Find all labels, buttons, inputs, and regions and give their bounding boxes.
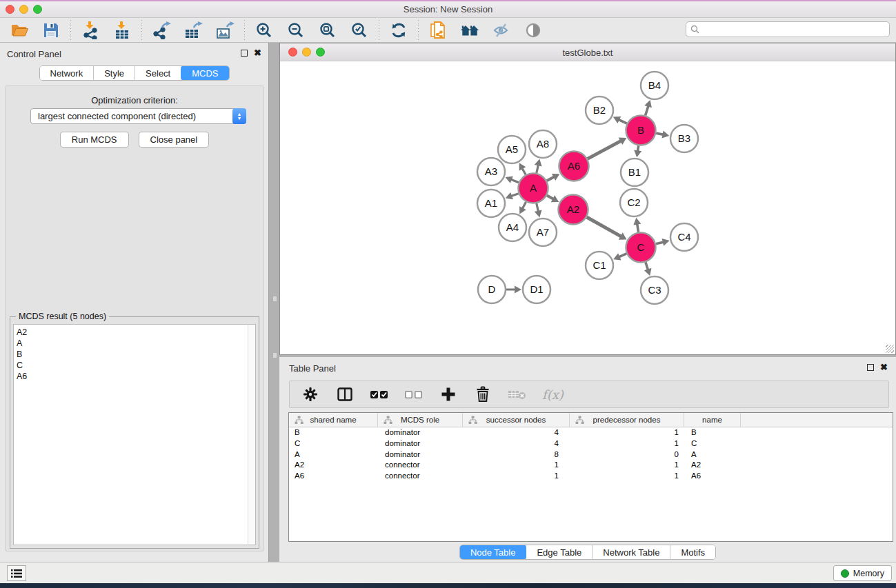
mcds-result-item[interactable]: A6 bbox=[17, 371, 248, 382]
graph-node-B2[interactable]: B2 bbox=[586, 97, 613, 124]
split-columns-icon[interactable] bbox=[335, 385, 355, 404]
save-session-icon[interactable] bbox=[41, 21, 61, 40]
table-cell[interactable]: C bbox=[289, 438, 378, 449]
float-panel-icon[interactable] bbox=[241, 50, 248, 57]
mcds-result-item[interactable]: A bbox=[17, 338, 248, 349]
graph-node-A7[interactable]: A7 bbox=[529, 219, 557, 246]
zoom-fit-icon[interactable] bbox=[318, 21, 337, 40]
table-cell[interactable]: A2 bbox=[289, 460, 378, 471]
graph-node-A[interactable]: A bbox=[519, 174, 548, 203]
mcds-result-item[interactable]: C bbox=[17, 360, 248, 371]
graph-edge-B-B1[interactable] bbox=[634, 145, 641, 157]
graph-edge-D-D1[interactable] bbox=[506, 286, 521, 294]
home-view-icon[interactable] bbox=[460, 21, 479, 40]
graph-node-B3[interactable]: B3 bbox=[670, 125, 698, 152]
table-cell[interactable]: 1 bbox=[570, 438, 684, 449]
graph-node-D[interactable]: D bbox=[478, 276, 506, 303]
mcds-result-scrollbar[interactable] bbox=[248, 324, 256, 545]
graph-edge-A-A3[interactable] bbox=[505, 176, 519, 183]
graph-edge-C-C1[interactable] bbox=[613, 253, 626, 260]
deselect-all-columns-icon[interactable] bbox=[404, 385, 424, 404]
memory-button[interactable]: Memory bbox=[833, 565, 892, 581]
graph-edge-A6-B[interactable] bbox=[588, 138, 626, 159]
float-panel-icon[interactable] bbox=[867, 364, 874, 371]
table-cell[interactable]: connector bbox=[378, 460, 463, 471]
table-cell[interactable]: dominator bbox=[378, 438, 463, 449]
graph-node-D1[interactable]: D1 bbox=[523, 276, 550, 303]
optimization-criterion-select[interactable]: largest connected component (directed) ▲… bbox=[30, 108, 246, 124]
close-panel-icon[interactable]: ✖ bbox=[254, 50, 261, 57]
tab-motifs[interactable]: Motifs bbox=[670, 545, 715, 559]
graph-node-A6[interactable]: A6 bbox=[559, 152, 589, 181]
table-cell[interactable]: A bbox=[684, 449, 741, 460]
graph-node-C2[interactable]: C2 bbox=[620, 189, 648, 216]
network-window-titlebar[interactable]: testGlobe.txt bbox=[280, 43, 895, 61]
mcds-result-list[interactable]: A2ABCA6 bbox=[13, 324, 248, 545]
table-cell[interactable]: 4 bbox=[463, 438, 570, 449]
graph-node-A1[interactable]: A1 bbox=[477, 190, 505, 217]
tab-mcds[interactable]: MCDS bbox=[181, 65, 229, 81]
column-header-MCDS-role[interactable]: MCDS role bbox=[378, 413, 463, 427]
window-resize-grip[interactable] bbox=[886, 345, 894, 353]
mcds-result-item[interactable]: B bbox=[17, 349, 248, 360]
zoom-out-icon[interactable] bbox=[286, 21, 306, 40]
tab-select[interactable]: Select bbox=[135, 66, 181, 80]
table-cell[interactable]: 1 bbox=[570, 427, 684, 438]
table-cell[interactable]: A6 bbox=[289, 471, 378, 482]
graph-node-C3[interactable]: C3 bbox=[641, 276, 668, 304]
table-cell[interactable]: B bbox=[289, 427, 378, 438]
task-history-button[interactable] bbox=[7, 565, 26, 581]
tab-network[interactable]: Network bbox=[39, 66, 94, 80]
graph-node-B1[interactable]: B1 bbox=[621, 159, 648, 186]
graph-node-A4[interactable]: A4 bbox=[499, 214, 526, 241]
graph-edge-B-B3[interactable] bbox=[656, 131, 669, 139]
table-row[interactable]: Cdominator41C bbox=[289, 438, 893, 449]
close-panel-button[interactable]: Close panel bbox=[139, 132, 210, 148]
graph-node-A3[interactable]: A3 bbox=[477, 158, 505, 185]
tab-node-table[interactable]: Node Table bbox=[459, 545, 528, 560]
run-mcds-button[interactable]: Run MCDS bbox=[60, 132, 129, 148]
graph-edge-A2-C[interactable] bbox=[587, 217, 627, 240]
table-cell[interactable]: A6 bbox=[684, 471, 741, 482]
zoom-selected-icon[interactable] bbox=[350, 21, 369, 40]
import-network-icon[interactable] bbox=[81, 21, 100, 40]
tab-style[interactable]: Style bbox=[94, 66, 135, 80]
table-cell[interactable]: dominator bbox=[378, 449, 463, 460]
graph-node-C1[interactable]: C1 bbox=[586, 252, 613, 279]
graph-edge-C-C4[interactable] bbox=[656, 239, 670, 246]
table-cell[interactable]: dominator bbox=[378, 427, 463, 438]
table-cell[interactable]: 1 bbox=[570, 460, 684, 471]
table-row[interactable]: A6connector11A6 bbox=[289, 471, 893, 482]
zoom-in-icon[interactable] bbox=[255, 21, 274, 40]
tab-network-table[interactable]: Network Table bbox=[593, 545, 670, 559]
network-snapshot-icon[interactable] bbox=[428, 21, 448, 40]
graph-node-C4[interactable]: C4 bbox=[670, 223, 698, 251]
splitter-handle[interactable] bbox=[272, 296, 277, 302]
open-session-icon[interactable] bbox=[10, 21, 29, 40]
table-cell[interactable]: C bbox=[684, 438, 741, 449]
table-row[interactable]: A2connector11A2 bbox=[289, 460, 893, 471]
graph-node-B4[interactable]: B4 bbox=[641, 72, 668, 99]
table-row[interactable]: Adominator80A bbox=[289, 449, 893, 460]
graph-node-C[interactable]: C bbox=[626, 233, 656, 263]
graph-node-A2[interactable]: A2 bbox=[559, 195, 588, 225]
close-panel-icon[interactable]: ✖ bbox=[880, 364, 888, 371]
graph-edge-B-B4[interactable] bbox=[644, 100, 652, 115]
add-column-icon[interactable] bbox=[439, 385, 458, 404]
graph-edge-C-C2[interactable] bbox=[633, 218, 641, 232]
graph-edge-A-A4[interactable] bbox=[519, 202, 526, 214]
column-header-shared-name[interactable]: shared name bbox=[289, 413, 378, 427]
table-cell[interactable]: connector bbox=[378, 471, 463, 482]
mcds-result-item[interactable]: A2 bbox=[17, 327, 248, 338]
table-cell[interactable]: 8 bbox=[463, 449, 570, 460]
refresh-icon[interactable] bbox=[389, 21, 408, 40]
column-header-successor-nodes[interactable]: successor nodes bbox=[463, 413, 570, 427]
table-cell[interactable]: A bbox=[289, 449, 378, 460]
splitter-handle[interactable] bbox=[272, 352, 277, 358]
graph-edge-A-A2[interactable] bbox=[547, 195, 559, 202]
select-all-columns-icon[interactable] bbox=[370, 385, 389, 404]
table-row[interactable]: Bdominator41B bbox=[289, 427, 893, 438]
graph-edge-A-A7[interactable] bbox=[535, 203, 542, 218]
table-cell[interactable]: 4 bbox=[463, 427, 570, 438]
table-cell[interactable]: 1 bbox=[463, 460, 570, 471]
